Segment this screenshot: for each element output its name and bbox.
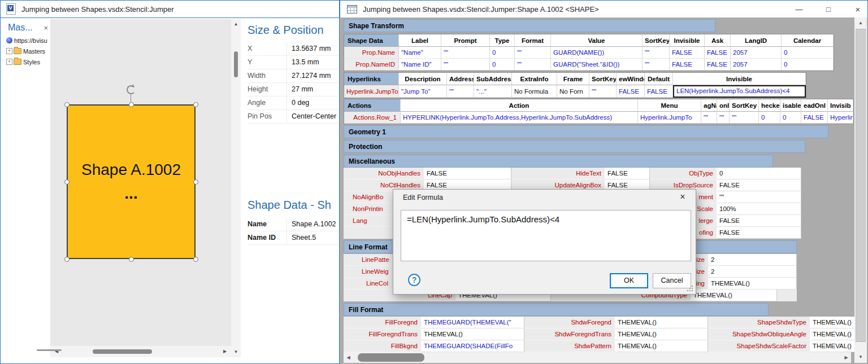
- canvas-horizontal-scrollbar[interactable]: ◀ ▶: [50, 346, 231, 357]
- sheet-cell[interactable]: THEMEVAL(): [615, 328, 708, 340]
- hscroll-thumb[interactable]: [358, 353, 424, 362]
- section-shape-transform[interactable]: Shape Transform: [344, 19, 715, 32]
- vscroll-thumb[interactable]: [856, 29, 866, 342]
- cell-name[interactable]: ShapeShdwObliqueAngle: [708, 328, 810, 340]
- scroll-right-icon[interactable]: ▶: [841, 352, 851, 363]
- selection-handle-sw[interactable]: [64, 257, 70, 262]
- sheet-cell[interactable]: FALSE: [617, 85, 645, 98]
- sheet-cell[interactable]: THEMEVAL(): [810, 340, 861, 352]
- dialog-close-icon[interactable]: ×: [676, 192, 689, 202]
- row-name-cell[interactable]: Prop.Name: [344, 47, 399, 59]
- cell-name[interactable]: ShdwForegndTrans: [524, 328, 615, 340]
- sheet-cell[interactable]: "": [643, 59, 670, 71]
- scroll-right-icon[interactable]: ▶: [221, 348, 229, 356]
- row-name-cell[interactable]: Actions.Row_1: [344, 112, 401, 124]
- cell-name[interactable]: FillBkgnd: [344, 340, 421, 352]
- masters-close-icon[interactable]: ×: [44, 24, 48, 32]
- sheet-cell[interactable]: "Jump To": [399, 85, 447, 98]
- selection-handle-s[interactable]: [129, 257, 134, 262]
- scroll-left-icon[interactable]: ◀: [344, 352, 353, 363]
- canvas-hscroll-thumb[interactable]: [93, 349, 152, 354]
- selection-handle-nw[interactable]: [64, 102, 70, 107]
- drawing-canvas[interactable]: Shape A.1002 ...: [50, 19, 231, 346]
- sheet-cell[interactable]: THEMEVAL(): [615, 317, 708, 328]
- sheet-cell[interactable]: HYPERLINK(Hyperlink.JumpTo.Address,Hyper…: [401, 112, 638, 124]
- sheet-cell[interactable]: THEMEGUARD(THEMEVAL(": [421, 317, 524, 328]
- sheet-cell[interactable]: No Forn: [557, 85, 589, 98]
- canvas-vscroll-thumb[interactable]: [234, 51, 238, 77]
- sheet-cell[interactable]: FALSE: [801, 112, 828, 124]
- sheet-cell[interactable]: "": [441, 47, 490, 59]
- sheet-cell[interactable]: 100%: [717, 203, 801, 215]
- sheet-cell[interactable]: "": [441, 59, 490, 71]
- selected-cell-invisible[interactable]: LEN(Hyperlink.JumpTo.SubAddress)<4: [673, 85, 806, 98]
- sheet-cell[interactable]: No Formula: [512, 85, 557, 98]
- sheet-cell[interactable]: "": [730, 112, 759, 124]
- cell-name[interactable]: FillForegndTrans: [344, 328, 421, 340]
- tree-item-styles[interactable]: + Styles: [5, 56, 50, 67]
- sheet-cell[interactable]: 2: [708, 266, 797, 278]
- sheet-cell[interactable]: "Name ID": [399, 59, 441, 71]
- ok-button[interactable]: OK: [610, 273, 648, 288]
- sheet-cell[interactable]: Hyperlink.J: [828, 112, 853, 124]
- scroll-down-icon[interactable]: ▼: [854, 353, 867, 362]
- canvas-vertical-scrollbar[interactable]: ▲ ▼: [231, 19, 241, 357]
- sheet-cell[interactable]: THEMEVAL(): [708, 278, 797, 290]
- sheet-cell[interactable]: "...": [474, 85, 512, 98]
- cell-name[interactable]: ShapeShdwType: [708, 317, 810, 328]
- cell-name[interactable]: FillForegnd: [344, 317, 421, 328]
- sheet-cell[interactable]: THEMEVAL(): [691, 290, 777, 301]
- section-fill-format[interactable]: Fill Format: [344, 303, 769, 316]
- scroll-up-icon[interactable]: ▲: [854, 19, 867, 28]
- sheet-cell[interactable]: 0: [782, 59, 834, 71]
- sheet-cell[interactable]: "": [589, 85, 617, 98]
- sheet-vertical-scrollbar[interactable]: ▲ ▼: [854, 17, 867, 363]
- cell-name[interactable]: HideText: [511, 168, 605, 179]
- shape-a-1002[interactable]: Shape A.1002 ...: [67, 104, 196, 259]
- sheet-cell[interactable]: "": [717, 191, 801, 203]
- shape-data-corner[interactable]: Shape Data: [344, 34, 399, 47]
- sheet-cell[interactable]: FALSE: [605, 168, 650, 179]
- sheet-cell[interactable]: "": [515, 59, 551, 71]
- cell-name[interactable]: ShdwPattern: [524, 340, 615, 352]
- selection-handle-w[interactable]: [64, 179, 70, 185]
- tree-item-stencil-url[interactable]: https://bvisu: [5, 35, 50, 46]
- section-geometry-1[interactable]: Geometry 1: [344, 125, 828, 138]
- tree-item-masters[interactable]: + Masters: [5, 46, 50, 56]
- sheet-cell[interactable]: 0: [780, 112, 801, 124]
- sheet-cell[interactable]: FALSE: [670, 47, 705, 59]
- selection-handle-n[interactable]: [129, 102, 134, 107]
- sheet-cell[interactable]: GUARD(NAME()): [551, 47, 643, 59]
- rotation-handle-icon[interactable]: [127, 85, 136, 94]
- sheet-cell[interactable]: "": [447, 85, 474, 98]
- cell-name[interactable]: ShapeShdwScaleFactor: [708, 340, 810, 352]
- hyperlinks-corner[interactable]: Hyperlinks: [344, 73, 399, 85]
- sheet-cell[interactable]: THEMEVAL(): [810, 328, 861, 340]
- cell-name[interactable]: ObjType: [650, 168, 717, 179]
- expand-icon[interactable]: +: [6, 48, 12, 54]
- cancel-button[interactable]: Cancel: [653, 273, 691, 288]
- close-icon[interactable]: ×: [852, 5, 864, 14]
- sheet-cell[interactable]: "": [717, 112, 730, 124]
- scroll-up-icon[interactable]: ▲: [231, 20, 241, 28]
- sheet-cell[interactable]: 0: [490, 47, 515, 59]
- resize-grip[interactable]: [692, 286, 693, 287]
- sheet-cell[interactable]: FALSE: [705, 59, 731, 71]
- sheet-cell[interactable]: 0: [782, 47, 834, 59]
- sheet-cell[interactable]: FALSE: [717, 179, 801, 191]
- sheet-cell[interactable]: 2: [708, 254, 797, 266]
- sheet-cell[interactable]: THEMEGUARD(SHADE(FillFo: [421, 340, 524, 352]
- maximize-icon[interactable]: □: [822, 5, 835, 14]
- row-name-cell[interactable]: Hyperlink.JumpTo: [344, 85, 399, 98]
- sheet-cell[interactable]: FALSE: [717, 227, 801, 239]
- sheet-cell[interactable]: FALSE: [670, 59, 705, 71]
- shapesheet-titlebar[interactable]: Jumping between Shapes.vsdx:Stencil:Jump…: [340, 1, 867, 18]
- sheet-cell[interactable]: FALSE: [645, 85, 673, 98]
- selection-handle-ne[interactable]: [193, 102, 198, 107]
- sheet-cell[interactable]: THEMEVAL(): [810, 317, 861, 328]
- sheet-cell[interactable]: 0: [717, 168, 801, 179]
- panel-splitter-handle[interactable]: [37, 349, 62, 351]
- sheet-cell[interactable]: "Name": [399, 47, 441, 59]
- sheet-cell[interactable]: 0: [759, 112, 780, 124]
- sheet-cell[interactable]: FALSE: [424, 168, 511, 179]
